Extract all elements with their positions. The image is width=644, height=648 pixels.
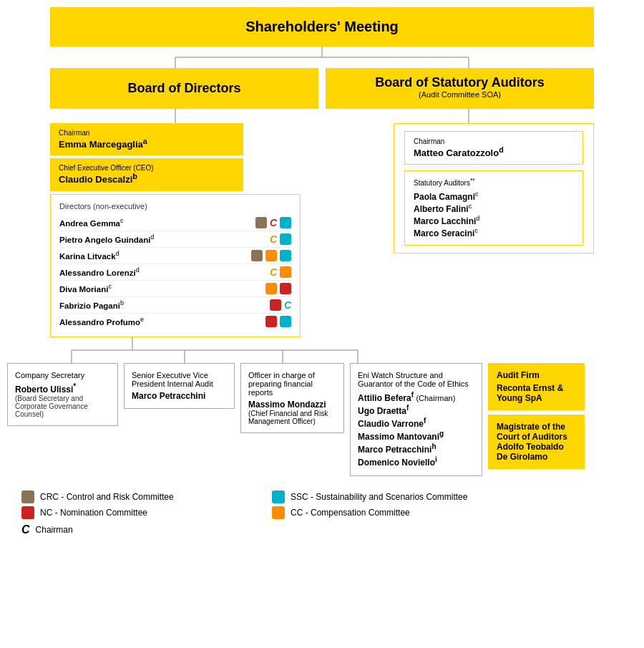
legend-item: SSC - Sustainability and Scenarios Commi… bbox=[272, 490, 508, 503]
stat-auditors-box: Statutory Auditors** Paola CamagnicAlber… bbox=[404, 170, 583, 245]
director-name: Diva Morianic bbox=[59, 283, 263, 294]
audit-firm-column: Audit Firm Reconta Ernst & Young SpA Mag… bbox=[488, 363, 585, 469]
badge-c: C bbox=[284, 300, 291, 310]
officer-name: Massimo Mondazzi bbox=[248, 400, 336, 410]
audit-firm-box: Audit Firm Reconta Ernst & Young SpA bbox=[488, 363, 585, 410]
directors-title: Directors (non-executive) bbox=[59, 202, 291, 211]
magistrate-title: Magistrate of the Court of Auditors bbox=[497, 422, 576, 442]
director-row: Fabrizio PaganibC bbox=[59, 297, 291, 314]
legend-item: CRC - Control and Risk Committee bbox=[21, 490, 258, 503]
legend-item: NC - Nomination Committee bbox=[21, 506, 258, 519]
badge-crc bbox=[255, 217, 267, 228]
audit-committee-subtitle: (Audit Committee SOA) bbox=[340, 90, 580, 99]
legend-badge bbox=[21, 490, 34, 503]
chairman-legend-label: Chairman bbox=[36, 525, 73, 535]
chairman-role-label: Chairman bbox=[59, 129, 235, 137]
officer-box: Officer in charge of preparing financial… bbox=[240, 363, 344, 433]
legend: CRC - Control and Risk CommitteeSSC - Su… bbox=[7, 490, 508, 519]
company-secretary-box: Company Secretary Roberto Ulissi* (Board… bbox=[7, 363, 118, 426]
level2-row: Board of Directors Board of Statutory Au… bbox=[50, 68, 594, 109]
board-of-statutory-auditors-box: Board of Statutory Auditors (Audit Commi… bbox=[326, 68, 594, 109]
audit-firm-title: Audit Firm bbox=[497, 370, 576, 380]
badge-c: C bbox=[270, 234, 277, 244]
stat-auditors-list: Paola CamagnicAlberto FalinicMarco Lacch… bbox=[414, 190, 574, 238]
chairman-box: Chairman Emma Marcegagliaa bbox=[50, 123, 243, 155]
badge-ssc bbox=[280, 316, 291, 327]
officer-title: Officer in charge of preparing financial… bbox=[248, 371, 336, 397]
legend-label: NC - Nomination Committee bbox=[40, 508, 147, 518]
badge-nc bbox=[280, 283, 291, 294]
eni-watch-member: Domenico Novielloi bbox=[358, 455, 474, 468]
director-name: Alessandro Profumoe bbox=[59, 316, 263, 327]
badge-c: C bbox=[270, 267, 277, 277]
directors-box: Directors (non-executive) Andrea GemmacC… bbox=[50, 194, 301, 337]
director-row: Andrea GemmacC bbox=[59, 215, 291, 231]
connector-shareholders-to-level2 bbox=[50, 47, 594, 68]
badge-ssc bbox=[280, 233, 291, 245]
ceo-name: Claudio Descalzib bbox=[59, 172, 235, 185]
statutory-details: Chairman Matteo Caratozzolod Statutory A… bbox=[394, 123, 594, 253]
director-row: Alessandro LorenzidC bbox=[59, 264, 291, 281]
senior-vp-name: Marco Petracchini bbox=[132, 391, 227, 401]
eni-watch-member: Claudio Varronef bbox=[358, 417, 474, 429]
stat-auditor-name: Alberto Falinic bbox=[414, 203, 574, 214]
badge-cc bbox=[265, 250, 277, 261]
legend-badge bbox=[21, 506, 34, 519]
level3-row: Chairman Emma Marcegagliaa Chief Executi… bbox=[50, 123, 594, 337]
legend-label: SSC - Sustainability and Scenarios Commi… bbox=[291, 492, 467, 502]
chairman-legend: C Chairman bbox=[7, 523, 637, 536]
connector-level3-to-level4 bbox=[7, 337, 637, 363]
level4-row: Company Secretary Roberto Ulissi* (Board… bbox=[7, 363, 637, 476]
ceo-role-label: Chief Executive Officer (CEO) bbox=[59, 164, 235, 172]
director-name: Fabrizio Paganib bbox=[59, 299, 267, 310]
senior-vp-box: Senior Executive Vice President Internal… bbox=[124, 363, 235, 409]
stat-chairman-name: Matteo Caratozzolod bbox=[414, 145, 574, 158]
legend-badge bbox=[272, 506, 285, 519]
stat-chairman-box: Chairman Matteo Caratozzolod bbox=[404, 131, 583, 165]
directors-list: Andrea GemmacCPietro Angelo GuindanidCKa… bbox=[59, 215, 291, 329]
badge-ssc bbox=[280, 250, 291, 261]
senior-vp-title: Senior Executive Vice President Internal… bbox=[132, 371, 227, 388]
legend-label: CRC - Control and Risk Committee bbox=[40, 492, 174, 502]
legend-item: CC - Compensation Committee bbox=[272, 506, 508, 519]
board-of-directors-box: Board of Directors bbox=[50, 68, 318, 109]
stat-auditor-name: Marco Seracinic bbox=[414, 227, 574, 238]
left-column: Chairman Emma Marcegagliaa Chief Executi… bbox=[50, 123, 301, 337]
shareholders-meeting-title: Shareholders' Meeting bbox=[245, 19, 399, 34]
board-of-statutory-title: Board of Statutory Auditors bbox=[340, 75, 580, 90]
connector-level2-to-level3 bbox=[50, 109, 594, 123]
eni-watch-member: Attilio Beferaf (Chairman) bbox=[358, 391, 474, 403]
eni-watch-member: Marco Petracchinih bbox=[358, 443, 474, 455]
right-column: Chairman Matteo Caratozzolod Statutory A… bbox=[308, 123, 594, 253]
legend-label: CC - Compensation Committee bbox=[291, 508, 410, 518]
legend-badge bbox=[272, 490, 285, 503]
eni-watch-list: Attilio Beferaf (Chairman)Ugo DraettafCl… bbox=[358, 391, 474, 468]
director-row: Diva Morianic bbox=[59, 281, 291, 297]
eni-watch-member: Ugo Draettaf bbox=[358, 404, 474, 416]
chairman-name: Emma Marcegagliaa bbox=[59, 137, 235, 150]
director-row: Alessandro Profumoe bbox=[59, 314, 291, 329]
company-sec-sub: (Board Secretary and Corporate Governanc… bbox=[15, 395, 110, 418]
stat-auditors-role: Statutory Auditors** bbox=[414, 177, 574, 187]
officer-sub: (Chief Financial and Risk Management Off… bbox=[248, 410, 336, 425]
audit-firm-name: Reconta Ernst & Young SpA bbox=[497, 383, 576, 403]
badge-cc bbox=[265, 283, 277, 294]
org-chart: Shareholders' Meeting Board of Directors… bbox=[7, 7, 637, 536]
badge-nc bbox=[265, 316, 277, 327]
director-row: Pietro Angelo GuindanidC bbox=[59, 231, 291, 248]
director-name: Karina Litvackd bbox=[59, 250, 248, 261]
chairman-c-icon: C bbox=[21, 523, 30, 536]
stat-auditor-name: Paola Camagnic bbox=[414, 190, 574, 202]
director-name: Pietro Angelo Guindanid bbox=[59, 233, 267, 244]
director-name: Andrea Gemmac bbox=[59, 217, 253, 228]
stat-chairman-role: Chairman bbox=[414, 137, 574, 145]
director-row: Karina Litvackd bbox=[59, 248, 291, 264]
ceo-box: Chief Executive Officer (CEO) Claudio De… bbox=[50, 158, 243, 190]
company-sec-name: Roberto Ulissi* bbox=[15, 382, 110, 395]
badge-nc bbox=[270, 299, 281, 311]
director-name: Alessandro Lorenzid bbox=[59, 266, 267, 277]
eni-watch-member: Massimo Mantovanig bbox=[358, 430, 474, 442]
board-of-directors-title: Board of Directors bbox=[127, 81, 240, 95]
company-sec-title: Company Secretary bbox=[15, 371, 110, 379]
magistrate-name: Adolfo Teobaldo De Girolamo bbox=[497, 442, 576, 462]
